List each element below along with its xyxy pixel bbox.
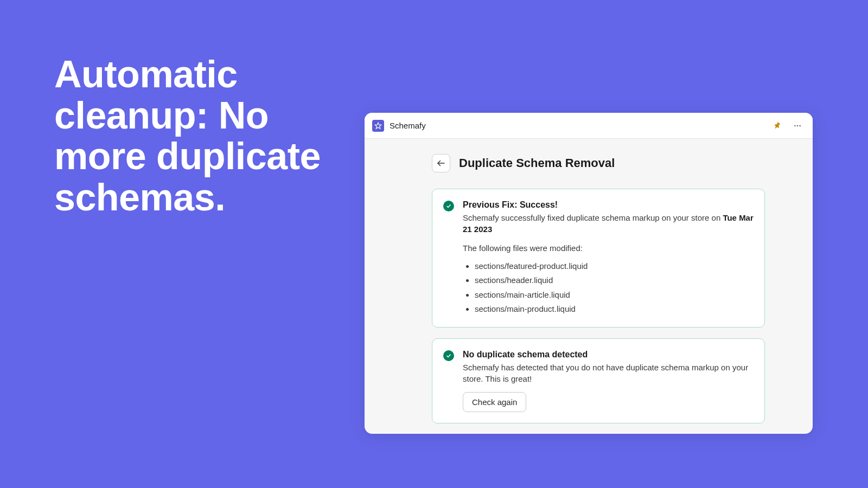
check-circle-icon — [443, 350, 454, 361]
svg-marker-0 — [375, 123, 381, 129]
success-card-desc: Schemafy successfully fixed duplicate sc… — [463, 212, 754, 235]
files-label: The following files were modified: — [463, 243, 754, 253]
check-again-button[interactable]: Check again — [463, 392, 526, 412]
success-desc-text: Schemafy successfully fixed duplicate sc… — [463, 213, 723, 222]
clean-card-title: No duplicate schema detected — [463, 350, 754, 359]
app-titlebar: Schemafy — [365, 113, 813, 139]
hero-headline: Automatic cleanup: No more duplicate sch… — [54, 54, 336, 218]
file-item: sections/main-article.liquid — [475, 288, 754, 302]
page-title: Duplicate Schema Removal — [459, 156, 615, 170]
clean-card-desc: Schemafy has detected that you do not ha… — [463, 362, 754, 384]
file-item: sections/main-product.liquid — [475, 302, 754, 316]
app-logo-icon — [372, 120, 384, 132]
app-name: Schemafy — [390, 121, 426, 130]
app-window: Schemafy Duplicate Schema Removal Previo… — [365, 113, 813, 434]
more-icon[interactable] — [790, 118, 805, 133]
check-circle-icon — [443, 201, 454, 211]
clean-card: No duplicate schema detected Schemafy ha… — [432, 338, 765, 423]
file-item: sections/featured-product.liquid — [475, 259, 754, 273]
success-card-title: Previous Fix: Success! — [463, 200, 754, 210]
svg-point-2 — [797, 125, 799, 126]
page-header: Duplicate Schema Removal — [432, 154, 765, 172]
file-item: sections/header.liquid — [475, 273, 754, 287]
files-list: sections/featured-product.liquid section… — [463, 259, 754, 316]
back-button[interactable] — [432, 154, 450, 172]
svg-point-1 — [794, 125, 796, 126]
success-card: Previous Fix: Success! Schemafy successf… — [432, 189, 765, 328]
pin-icon[interactable] — [770, 118, 786, 133]
app-body: Duplicate Schema Removal Previous Fix: S… — [365, 139, 813, 434]
svg-point-3 — [799, 125, 801, 126]
